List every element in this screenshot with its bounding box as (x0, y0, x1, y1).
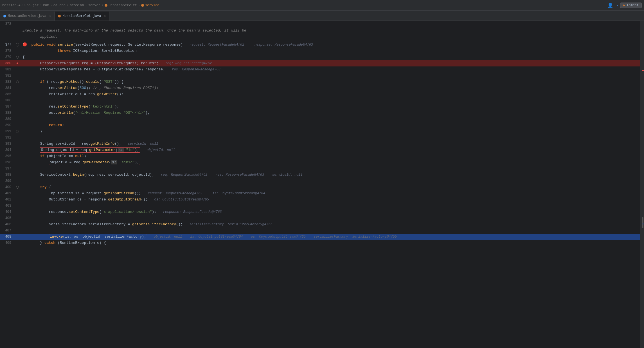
code-385-content: PrintWriter out = res.getWriter(); (20, 91, 640, 97)
gutter-377 (15, 43, 20, 46)
tab-hessianservice-close[interactable]: ✕ (49, 14, 51, 18)
circle-icon-379 (16, 56, 19, 59)
code-line-387: 387 res.setContentType("text/html"); (0, 104, 640, 110)
scrollbar[interactable] (640, 21, 644, 348)
breadcrumb-jar[interactable]: hessian-4.0.66.jar (2, 3, 39, 7)
line-num-372: 372 (0, 22, 15, 26)
servlet-file-icon (58, 15, 61, 17)
red-box-396: objectId = req.getParameter(s: "ejbid"); (49, 160, 140, 165)
code-line-408: 408 invoke(is, os, objectId, serializerF… (0, 234, 640, 240)
code-line-407: 407 (0, 227, 640, 234)
code-editor[interactable]: 372 Execute a request. The path-info of … (0, 21, 640, 348)
code-402-content: OutputStream os = response.getOutputStre… (20, 197, 640, 203)
code-line-398: 398 ServiceContext.begin(req, res, servi… (0, 172, 640, 178)
circle-icon-383 (16, 81, 19, 83)
tab-hessianservlet[interactable]: HessianServlet.java ✕ (55, 12, 109, 21)
code-line-385: 385 PrintWriter out = res.getWriter(); (0, 91, 640, 97)
code-line-395: 395 if (objectId == null) (0, 153, 640, 159)
code-408-content: invoke(is, os, objectId, serializerFacto… (20, 234, 640, 240)
code-377-content: 🔴 public void service(ServletRequest req… (20, 42, 640, 48)
tab-hessianservlet-label: HessianServlet.java (62, 14, 101, 18)
tomcat-run-icon: ▶ (623, 3, 625, 7)
service-icon (141, 4, 144, 7)
hessianservlet-icon (105, 4, 107, 7)
tab-hessianservice[interactable]: HessianService.java ✕ (0, 12, 55, 21)
line-num-397: 397 (0, 167, 15, 171)
code-line-380: 380 ● HttpServletRequest req = (HttpServ… (0, 60, 640, 66)
code-line-372: 372 (0, 21, 640, 27)
code-line-402: 402 OutputStream os = response.getOutput… (0, 197, 640, 203)
breakpoint-icon-380: ● (16, 61, 19, 66)
code-line-379: 379 { (0, 54, 640, 60)
line-num-391: 391 (0, 130, 15, 133)
code-line-382: 382 (0, 73, 640, 79)
code-404-content: response.setContentType("x-application/h… (20, 209, 640, 215)
code-line-409: 409 } catch (RuntimeException e) { (0, 240, 640, 246)
line-num-comment (0, 28, 15, 28)
breadcrumb-server[interactable]: server (88, 3, 100, 7)
code-line-403: 403 (0, 203, 640, 209)
circle-icon-400 (16, 186, 19, 189)
code-line-391: 391 } (0, 128, 640, 135)
code-391-content: } (20, 128, 640, 135)
breadcrumb-hessianservlet[interactable]: HessianServlet (105, 3, 137, 7)
code-381-content: HttpServletResponse res = (HttpServletRe… (20, 66, 640, 73)
code-379-content: { (20, 54, 640, 60)
code-380-content: HttpServletRequest req = (HttpServletReq… (20, 60, 640, 66)
breadcrumb-caucho[interactable]: caucho (53, 3, 66, 7)
gutter-383 (15, 81, 20, 83)
red-box-408: invoke(is, os, objectId, serializerFacto… (49, 234, 147, 239)
code-line-397: 397 (0, 166, 640, 172)
code-comment-content: Execute a request. The path-info of the … (20, 28, 640, 40)
line-num-406: 406 (0, 222, 15, 226)
code-line-comment: Execute a request. The path-info of the … (0, 27, 640, 42)
line-num-409: 409 (0, 241, 15, 245)
scroll-marker-bp (642, 70, 644, 71)
breadcrumb-com[interactable]: com (43, 3, 49, 7)
line-num-405: 405 (0, 216, 15, 220)
breadcrumb-service[interactable]: service (141, 3, 159, 7)
code-388-content: out.println("<h1>Hessian Requires POST</… (20, 110, 640, 116)
scroll-thumb[interactable] (642, 217, 643, 228)
line-num-378: 378 (0, 49, 15, 53)
code-line-389: 389 (0, 116, 640, 122)
title-bar-actions: 👤 → ▶ Tomcat (607, 3, 642, 8)
tab-hessianservice-label: HessianService.java (8, 14, 46, 18)
line-num-384: 384 (0, 86, 15, 90)
app-window: hessian-4.0.66.jar › com › caucho › hess… (0, 0, 644, 348)
line-num-380: 380 (0, 61, 15, 65)
line-num-386: 386 (0, 99, 15, 102)
tomcat-button[interactable]: ▶ Tomcat (620, 3, 642, 8)
code-line-386: 386 (0, 97, 640, 104)
line-num-383: 383 (0, 80, 15, 84)
breadcrumb-hessian[interactable]: hessian (70, 3, 84, 7)
code-387-content: res.setContentType("text/html"); (20, 104, 640, 110)
line-num-402: 402 (0, 198, 15, 202)
circle-icon-391 (16, 130, 19, 133)
scroll-marker-sel (642, 224, 644, 224)
code-line-400: 400 try { (0, 184, 640, 190)
tomcat-label: Tomcat (627, 3, 639, 7)
code-line-393: 393 String serviceId = req.getPathInfo()… (0, 141, 640, 147)
line-num-393: 393 (0, 142, 15, 146)
line-num-394: 394 (0, 148, 15, 152)
code-line-377: 377 🔴 public void service(ServletRequest… (0, 42, 640, 48)
editor-main: 372 Execute a request. The path-info of … (0, 21, 644, 348)
code-line-390: 390 return; (0, 122, 640, 128)
line-num-408: 408 (0, 235, 15, 239)
code-line-405: 405 (0, 215, 640, 221)
code-line-383: 383 if (!req.getMethod().equals("POST"))… (0, 79, 640, 85)
line-num-387: 387 (0, 105, 15, 109)
code-398-content: ServiceContext.begin(req, res, serviceId… (20, 172, 640, 178)
profile-icon[interactable]: 👤 (607, 3, 613, 8)
line-num-399: 399 (0, 179, 15, 183)
tab-hessianservlet-close[interactable]: ✕ (104, 14, 106, 18)
circle-icon-377 (16, 43, 19, 46)
code-395-content: if (objectId == null) (20, 153, 640, 159)
code-406-content: SerializerFactory serializerFactory = ge… (20, 221, 640, 227)
code-line-392: 392 (0, 135, 640, 141)
line-num-379: 379 (0, 55, 15, 59)
code-390-content: return; (20, 122, 640, 128)
arrow-icon[interactable]: → (615, 3, 618, 8)
code-396-content: objectId = req.getParameter(s: "ejbid"); (20, 159, 640, 166)
